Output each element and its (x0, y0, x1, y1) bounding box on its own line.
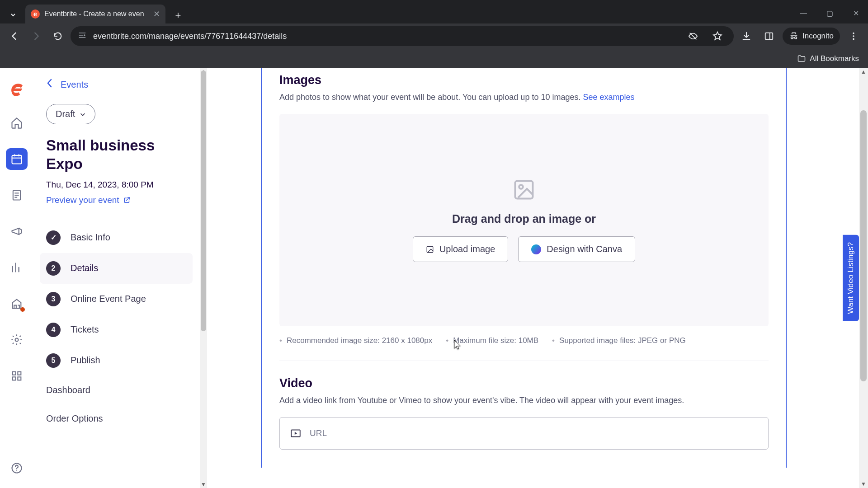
rail-events-icon[interactable] (6, 148, 28, 170)
step-label: Online Event Page (71, 294, 146, 304)
design-with-canva-button[interactable]: Design with Canva (518, 236, 635, 262)
close-tab-icon[interactable]: ✕ (153, 9, 160, 19)
main-scroll-thumb[interactable] (860, 110, 867, 381)
dropzone-text: Drag and drop an image or (452, 212, 596, 225)
svg-point-3 (791, 37, 793, 39)
step-label: Tickets (71, 324, 99, 335)
scroll-up-arrow-icon[interactable]: ▲ (859, 68, 868, 76)
incognito-label: Incognito (802, 32, 834, 41)
hint-item: Recommended image size: 2160 x 1080px (279, 336, 432, 345)
forward-button[interactable] (27, 27, 45, 45)
svg-point-0 (84, 34, 85, 36)
new-tab-button[interactable]: + (170, 7, 186, 23)
step-badge: 2 (46, 261, 61, 276)
sidebar-panel: Events Draft Small business Expo Thu, De… (33, 68, 207, 488)
url-placeholder: URL (310, 428, 327, 438)
canva-icon (531, 244, 541, 254)
step-badge: 4 (46, 323, 61, 337)
scroll-down-arrow-icon[interactable]: ▼ (859, 480, 868, 488)
upload-icon (426, 245, 434, 253)
scroll-down-arrow-icon[interactable]: ▼ (200, 481, 207, 488)
back-button[interactable] (5, 27, 24, 45)
bookmarks-bar: All Bookmarks (0, 49, 868, 68)
image-hints: Recommended image size: 2160 x 1080px Ma… (279, 336, 769, 345)
sidebar-scroll-thumb[interactable] (201, 70, 206, 331)
step-badge: 3 (46, 292, 61, 306)
svg-rect-20 (13, 377, 16, 380)
video-url-input[interactable]: URL (279, 417, 769, 450)
site-settings-icon[interactable] (78, 31, 87, 42)
rail-marketing-icon[interactable] (6, 221, 28, 242)
upload-button-label: Upload image (439, 244, 495, 254)
sidebar-order-options-link[interactable]: Order Options (40, 404, 193, 433)
progress-steps: ✓Basic Info 2Details 3Online Event Page … (40, 222, 193, 376)
main-scrollbar[interactable]: ▲ ▼ (859, 68, 868, 488)
reload-button[interactable] (49, 27, 67, 45)
tab-search-dropdown[interactable] (5, 6, 22, 23)
sidebar-scrollbar[interactable]: ▲ ▼ (200, 68, 207, 488)
all-bookmarks-button[interactable]: All Bookmarks (797, 54, 859, 63)
address-bar[interactable]: eventbrite.com/manage/events/77671164443… (71, 26, 734, 46)
tab-title: Eventbrite - Create a new even (44, 10, 149, 18)
upload-image-button[interactable]: Upload image (413, 236, 508, 262)
kebab-menu-icon[interactable] (844, 27, 863, 45)
step-badge: 5 (46, 353, 61, 368)
eye-off-icon[interactable] (684, 27, 702, 45)
event-title: Small business Expo (46, 136, 186, 174)
see-examples-link[interactable]: See examples (583, 93, 634, 102)
rail-finance-icon[interactable] (6, 293, 28, 314)
external-link-icon (123, 196, 131, 204)
main-content: Images Add photos to show what your even… (207, 68, 868, 488)
window-maximize[interactable]: ▢ (823, 6, 836, 20)
svg-point-17 (15, 338, 19, 342)
preview-event-link[interactable]: Preview your event (46, 195, 131, 205)
incognito-badge[interactable]: Incognito (783, 28, 840, 45)
step-online-event-page[interactable]: 3Online Event Page (40, 284, 193, 314)
svg-rect-9 (12, 155, 22, 164)
step-publish[interactable]: 5Publish (40, 345, 193, 376)
images-heading: Images (279, 73, 769, 87)
video-listings-tab[interactable]: Want Video Listings? (843, 235, 859, 321)
sidebar-dashboard-link[interactable]: Dashboard (40, 376, 193, 404)
svg-rect-19 (18, 372, 21, 375)
svg-rect-1 (765, 33, 773, 40)
rail-reports-icon[interactable] (6, 257, 28, 278)
video-icon (290, 427, 302, 439)
hint-item: Maximum file size: 10MB (446, 336, 538, 345)
step-details[interactable]: 2Details (40, 253, 193, 284)
event-date: Thu, Dec 14, 2023, 8:00 PM (46, 180, 186, 190)
rail-orders-icon[interactable] (6, 184, 28, 206)
window-close[interactable]: ✕ (849, 6, 863, 20)
eventbrite-favicon: e (31, 9, 40, 19)
browser-toolbar: eventbrite.com/manage/events/77671164443… (0, 23, 868, 49)
folder-icon (797, 54, 806, 63)
bookmark-star-icon[interactable] (708, 27, 726, 45)
image-dropzone[interactable]: Drag and drop an image or Upload image D… (279, 114, 769, 326)
svg-point-4 (795, 37, 797, 39)
hint-item: Supported image files: JPEG or PNG (552, 336, 686, 345)
step-label: Publish (71, 355, 100, 366)
svg-rect-18 (13, 372, 16, 375)
rail-apps-icon[interactable] (6, 365, 28, 387)
back-to-events-link[interactable]: Events (61, 80, 88, 90)
svg-point-8 (853, 38, 854, 40)
rail-home-icon[interactable] (6, 112, 28, 134)
rail-settings-icon[interactable] (6, 329, 28, 351)
window-minimize[interactable]: — (797, 6, 810, 20)
back-chevron-icon[interactable] (46, 79, 52, 90)
canva-button-label: Design with Canva (547, 244, 622, 254)
details-card: Images Add photos to show what your even… (261, 68, 787, 468)
icon-rail (0, 68, 33, 488)
url-text: eventbrite.com/manage/events/77671164443… (93, 32, 678, 41)
step-basic-info[interactable]: ✓Basic Info (40, 222, 193, 253)
chevron-down-icon (80, 111, 86, 117)
browser-tab[interactable]: e Eventbrite - Create a new even ✕ (25, 5, 165, 23)
images-description: Add photos to show what your event will … (279, 93, 769, 102)
rail-help-icon[interactable] (6, 457, 28, 479)
status-dropdown[interactable]: Draft (46, 104, 95, 124)
downloads-icon[interactable] (737, 27, 755, 45)
step-tickets[interactable]: 4Tickets (40, 314, 193, 345)
eventbrite-logo[interactable] (8, 80, 25, 98)
side-panel-icon[interactable] (760, 27, 778, 45)
tab-strip: e Eventbrite - Create a new even ✕ + (0, 0, 868, 23)
